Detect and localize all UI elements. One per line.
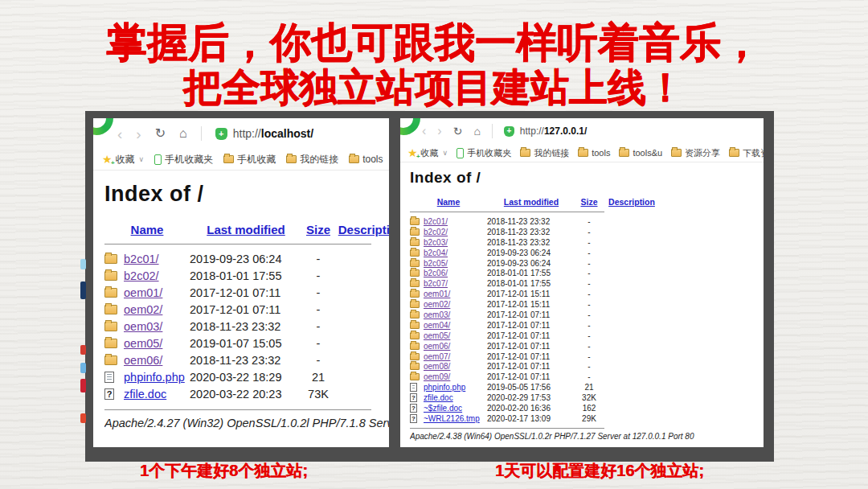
column-header-size[interactable]: Size xyxy=(575,197,603,207)
table-row: oem02/ 2017-12-01 15:11 - xyxy=(410,299,764,310)
bookmark-item[interactable]: 我的链接 xyxy=(286,153,338,166)
file-link[interactable]: phpinfo.php xyxy=(124,371,190,384)
file-size: 32K xyxy=(575,393,603,402)
nav-icon[interactable]: ⌂ xyxy=(473,125,480,137)
file-link[interactable]: oem05/ xyxy=(424,331,487,340)
file-size: - xyxy=(302,303,334,316)
file-link[interactable]: b2c06/ xyxy=(424,269,487,277)
file-link[interactable]: ~$zfile.doc xyxy=(424,404,487,413)
file-link[interactable]: b2c03/ xyxy=(424,238,487,247)
browser-logo-icon xyxy=(400,118,420,135)
file-size: - xyxy=(575,352,603,361)
file-link[interactable]: oem01/ xyxy=(424,290,487,298)
directory-listing: Index of / Name Last modified Size Descr… xyxy=(93,171,389,429)
nav-icon[interactable]: ‹ xyxy=(117,126,122,142)
file-link[interactable]: oem03/ xyxy=(124,320,190,333)
file-link[interactable]: oem06/ xyxy=(124,354,190,367)
bookmark-item[interactable]: ★ 收藏 ∨ xyxy=(407,147,448,159)
file-link[interactable]: oem02/ xyxy=(124,303,190,316)
nav-icon[interactable]: ⌂ xyxy=(179,127,187,140)
last-modified: 2018-11-23 23:32 xyxy=(487,228,575,236)
edge-fragment xyxy=(80,363,86,373)
bookmark-item[interactable]: tools xyxy=(578,148,610,158)
chevron-down-icon[interactable]: ∨ xyxy=(139,155,145,163)
page-title: Index of / xyxy=(104,182,389,207)
bookmark-item[interactable]: 手机收藏夹 xyxy=(154,153,213,166)
bookmark-icon xyxy=(286,155,297,163)
column-header-name[interactable]: Name xyxy=(410,197,487,207)
url-text[interactable]: http://localhost/ xyxy=(233,127,313,140)
column-header-modified[interactable]: Last modified xyxy=(487,197,575,207)
browser-toolbar: ‹ › ↻ ⌂ + http://localhost/ xyxy=(93,118,389,149)
file-link[interactable]: b2c05/ xyxy=(424,259,487,268)
bookmark-item[interactable]: 我的链接 xyxy=(520,147,569,159)
file-link[interactable]: oem07/ xyxy=(424,352,487,361)
table-row: ~$zfile.doc 2020-02-20 16:36 162 xyxy=(410,403,764,413)
file-link[interactable]: b2c02/ xyxy=(424,228,487,236)
table-rows: b2c01/ 2019-09-23 06:24 - b2c02/ 2018-01… xyxy=(104,250,389,402)
nav-icon[interactable]: › xyxy=(136,126,141,142)
toolbar-divider xyxy=(201,126,202,141)
file-type-icon xyxy=(104,322,117,331)
last-modified: 2017-12-01 07:11 xyxy=(487,342,575,351)
column-header-size[interactable]: Size xyxy=(302,223,334,236)
nav-icon[interactable]: ‹ xyxy=(422,125,426,138)
file-link[interactable]: oem09/ xyxy=(424,372,487,381)
file-link[interactable]: b2c01/ xyxy=(424,217,487,226)
file-link[interactable]: phpinfo.php xyxy=(424,383,487,392)
column-header-description[interactable]: Description xyxy=(334,223,389,236)
column-header-description[interactable]: Description xyxy=(603,197,661,207)
file-link[interactable]: oem02/ xyxy=(424,300,487,309)
file-link[interactable]: oem01/ xyxy=(124,286,190,299)
url-text[interactable]: http://127.0.0.1/ xyxy=(520,125,587,137)
file-link[interactable]: oem08/ xyxy=(424,362,487,371)
file-link[interactable]: b2c02/ xyxy=(124,269,190,282)
address-bar[interactable]: + http://127.0.0.1/ xyxy=(504,125,587,137)
file-type-icon xyxy=(410,228,420,236)
last-modified: 2019-01-07 15:05 xyxy=(190,337,302,350)
nav-icon[interactable]: › xyxy=(437,125,441,138)
bookmark-item[interactable]: 手机收藏 xyxy=(223,153,276,166)
table-row: phpinfo.php 2019-05-05 17:56 21 xyxy=(410,382,764,392)
server-signature: Apache/2.4.27 (Win32) OpenSSL/1.0.2l PHP… xyxy=(104,417,389,429)
file-link[interactable]: b2c04/ xyxy=(424,249,487,257)
bookmark-item[interactable]: tools&u xyxy=(619,148,662,158)
toolbar-divider xyxy=(492,124,493,138)
table-row: zfile.doc 2020-03-22 20:23 73K xyxy=(104,385,389,402)
bookmark-label: 手机收藏 xyxy=(237,153,276,166)
file-link[interactable]: oem05/ xyxy=(124,337,190,350)
file-link[interactable]: oem04/ xyxy=(424,321,487,330)
bookmark-icon xyxy=(619,149,629,157)
bookmark-item[interactable]: 下载资料 xyxy=(729,147,764,159)
nav-icon[interactable]: ↻ xyxy=(453,125,463,137)
file-size: - xyxy=(302,286,334,299)
last-modified: 2018-01-01 17:55 xyxy=(190,269,302,282)
table-row: b2c05/ 2019-09-23 06:24 - xyxy=(410,258,764,269)
chevron-down-icon[interactable]: ∨ xyxy=(443,149,448,157)
bookmark-item[interactable]: 资源分享 xyxy=(671,147,720,159)
column-header-modified[interactable]: Last modified xyxy=(190,223,302,236)
table-row: b2c07/ 2018-01-01 17:55 - xyxy=(410,278,764,289)
file-link[interactable]: b2c07/ xyxy=(424,279,487,288)
address-bar[interactable]: + http://localhost/ xyxy=(215,127,313,140)
table-row: oem02/ 2017-12-01 07:11 - xyxy=(104,301,389,318)
file-link[interactable]: ~WRL2126.tmp xyxy=(424,414,487,423)
bookmark-icon: ★ xyxy=(407,147,418,158)
file-size: - xyxy=(575,310,603,319)
file-link[interactable]: b2c01/ xyxy=(124,253,190,265)
file-size: - xyxy=(575,249,603,257)
file-link[interactable]: oem03/ xyxy=(424,310,487,319)
nav-icon[interactable]: ↻ xyxy=(155,127,166,140)
bookmark-item[interactable]: tools xyxy=(349,154,383,165)
bookmark-item[interactable]: 手机收藏夹 xyxy=(457,147,511,159)
file-link[interactable]: zfile.doc xyxy=(424,393,487,402)
column-header-name[interactable]: Name xyxy=(104,223,190,236)
screenshot-frame: ‹ › ↻ ⌂ + http://localhost/ ★ 收藏 ∨ xyxy=(85,111,774,462)
bookmark-item[interactable]: ★ 收藏 ∨ xyxy=(102,153,144,166)
file-type-icon xyxy=(410,301,420,308)
file-link[interactable]: oem06/ xyxy=(424,342,487,351)
bookmark-label: tools&u xyxy=(633,148,662,158)
table-row: ~WRL2126.tmp 2020-02-17 13:09 29K xyxy=(410,413,764,424)
file-link[interactable]: zfile.doc xyxy=(124,388,190,401)
last-modified: 2017-12-01 07:11 xyxy=(487,331,575,340)
